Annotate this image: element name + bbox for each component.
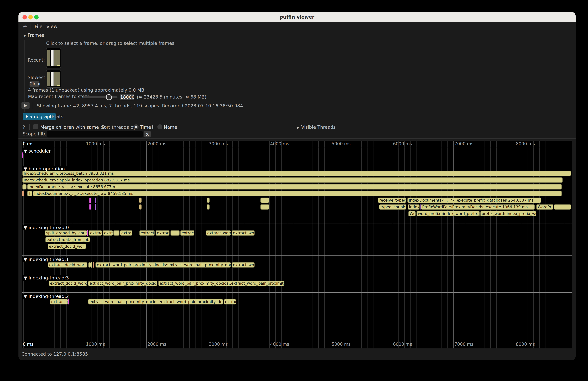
- flamegraph-span[interactable]: receive_typed_: [378, 198, 406, 203]
- menu-view[interactable]: View: [46, 24, 57, 29]
- flamegraph-span[interactable]: [207, 198, 210, 203]
- flamegraph-span[interactable]: extract_: [89, 230, 102, 236]
- flamegraph-span[interactable]: typed_chunk::w: [379, 204, 406, 210]
- clear-filter-button[interactable]: x: [144, 131, 151, 137]
- flamegraph-span[interactable]: IndexScheduler>::apply_index_operation 8…: [22, 177, 563, 183]
- flamegraph-span[interactable]: [87, 230, 88, 236]
- thread-group-header[interactable]: ▼ indexing-thread:1: [23, 257, 71, 262]
- flamegraph-span[interactable]: PrefixWordPairsProximityDocids::execute …: [421, 204, 535, 210]
- merge-children-checkbox[interactable]: [33, 124, 38, 129]
- flamegraph-span[interactable]: IndexScheduler>::process_batch 8953.821 …: [22, 171, 571, 176]
- flamegraph-span[interactable]: [68, 299, 69, 304]
- flamegraph-span[interactable]: extrac: [120, 230, 132, 236]
- flamegraph-span[interactable]: WordPr: [536, 204, 553, 210]
- frame-bar[interactable]: [54, 50, 57, 66]
- frames-section-header[interactable]: ▼Frames: [23, 33, 44, 38]
- flamegraph-span[interactable]: [113, 230, 120, 236]
- flamegraph-span[interactable]: extract_wo: [231, 262, 254, 268]
- thread-separator: [22, 292, 572, 293]
- flamegraph-span[interactable]: [95, 198, 96, 203]
- flamegraph-span[interactable]: IndexDocuments<_, _>::execute_raw 8459.1…: [33, 191, 562, 196]
- flamegraph-span[interactable]: index: [408, 204, 420, 210]
- flamegraph-span[interactable]: Word: [408, 211, 416, 216]
- scope-filter-input[interactable]: [47, 131, 143, 137]
- menu-file[interactable]: File: [35, 24, 42, 29]
- flamegraph-span[interactable]: [22, 191, 24, 196]
- flamegraph-span[interactable]: word_prefix::index_word_prefix_: [417, 211, 480, 216]
- frame-bar[interactable]: [51, 50, 54, 66]
- flamegraph-span[interactable]: [416, 211, 416, 216]
- time-tick-label: 2000 ms: [147, 141, 166, 146]
- flamegraph-span[interactable]: extract::data_from_ob: [45, 237, 90, 242]
- flamegraph-span[interactable]: extrac: [224, 299, 236, 304]
- sort-name-radio[interactable]: [157, 124, 162, 129]
- flamegraph-span[interactable]: extract_word_pair_proximity_docids::extr…: [95, 262, 231, 268]
- thread-group-header[interactable]: ▼ indexing-thread:2: [23, 294, 71, 299]
- flamegraph-span[interactable]: [93, 262, 94, 268]
- flamegraph-span[interactable]: extract_word_pair_proximity_docids: [88, 281, 157, 286]
- flamegraph-canvas[interactable]: 0 ms1000 ms2000 ms3000 ms4000 ms5000 ms6…: [22, 141, 572, 348]
- recent-frames-thumbnail[interactable]: [46, 48, 61, 68]
- frame-bar[interactable]: [47, 72, 50, 86]
- frame-bar[interactable]: [57, 72, 60, 86]
- flamegraph-span[interactable]: [22, 152, 23, 158]
- time-tick-label: 3000 ms: [209, 342, 228, 347]
- flamegraph-span[interactable]: extract_: [139, 230, 155, 236]
- thread-group-header[interactable]: ▼ indexing-thread:0: [23, 225, 71, 230]
- time-tick-label: 8000 ms: [516, 141, 535, 146]
- flamegraph-span[interactable]: extract: [180, 230, 194, 236]
- sort-time-radio[interactable]: [134, 124, 139, 129]
- sort-time-label[interactable]: Time: [140, 125, 151, 130]
- flamegraph-span[interactable]: [88, 262, 91, 268]
- titlebar: puffin viewer: [19, 12, 576, 22]
- flamegraph-span[interactable]: [139, 204, 142, 210]
- flamegraph-span[interactable]: extract_wo: [231, 230, 254, 236]
- flamegraph-span[interactable]: [91, 262, 92, 268]
- max-frames-slider[interactable]: [83, 96, 117, 98]
- visible-threads-header[interactable]: ▶Visible Threads: [297, 125, 336, 130]
- flamegraph-span[interactable]: [207, 204, 210, 210]
- timeline-ruler-line: [22, 147, 572, 147]
- play-button[interactable]: ▶: [21, 102, 30, 109]
- clear-button[interactable]: Clear: [30, 81, 39, 87]
- max-frames-slider-knob[interactable]: [106, 94, 112, 100]
- flamegraph-span[interactable]: extract_: [156, 230, 169, 236]
- flamegraph-span[interactable]: [170, 230, 180, 236]
- help-button[interactable]: ?: [23, 125, 25, 130]
- theme-sun-icon[interactable]: ✳: [23, 23, 27, 29]
- frame-bar[interactable]: [54, 72, 57, 86]
- flamegraph-span[interactable]: Trans: [27, 191, 32, 196]
- flamegraph-span[interactable]: extract_docid_wor: [48, 262, 87, 268]
- flamegraph-span[interactable]: extract_docid_wor: [48, 244, 86, 249]
- frame-bar[interactable]: [47, 50, 50, 66]
- flamegraph-span[interactable]: extract_doc: [50, 299, 68, 304]
- flamegraph-span[interactable]: [554, 204, 571, 210]
- thread-group-header[interactable]: ▼ scheduler: [23, 148, 53, 154]
- flamegraph-span[interactable]: [95, 204, 96, 210]
- flamegraph-span[interactable]: IndexDocuments<_, _>::execute_prefix_dat…: [407, 198, 541, 203]
- slowest-frames-thumbnail[interactable]: [46, 70, 61, 88]
- flamegraph-span[interactable]: extract_docid_word: [49, 281, 87, 286]
- sort-name-label[interactable]: Name: [164, 125, 177, 130]
- flamegraph-span[interactable]: IndexDocuments<_, _>::execute 8656.677 m…: [27, 184, 562, 190]
- frame-bar[interactable]: [57, 50, 60, 66]
- flamegraph-span[interactable]: [22, 184, 26, 190]
- flamegraph-span[interactable]: [260, 204, 269, 210]
- thread-group-header[interactable]: ▼ indexing-thread:3: [23, 275, 71, 281]
- flamegraph-span[interactable]: extra: [103, 230, 113, 236]
- flamegraph-span[interactable]: prefix_word::index_prefix_wo: [480, 211, 536, 216]
- flamegraph-span[interactable]: [89, 198, 91, 203]
- flamegraph-span[interactable]: split_grenad_by_chun: [45, 230, 87, 236]
- frame-bar[interactable]: [51, 72, 54, 86]
- flamegraph-span[interactable]: extract_word_pair_proximity_docids::extr…: [88, 299, 223, 304]
- flamegraph-span[interactable]: extract_word_pair_proximity_docids::extr…: [158, 281, 284, 286]
- flamegraph-span[interactable]: [420, 204, 420, 210]
- flamegraph-span[interactable]: [139, 198, 142, 203]
- flamegraph-span[interactable]: [407, 204, 407, 210]
- max-frames-value[interactable]: 18000: [120, 94, 134, 100]
- tab-stats[interactable]: Stats: [49, 113, 66, 120]
- flamegraph-span[interactable]: extract_word: [206, 230, 231, 236]
- flamegraph-span[interactable]: [260, 198, 269, 203]
- flamegraph-span[interactable]: [89, 204, 91, 210]
- frames-summary: 4 frames (1 unpacked) using approximatel…: [28, 87, 146, 93]
